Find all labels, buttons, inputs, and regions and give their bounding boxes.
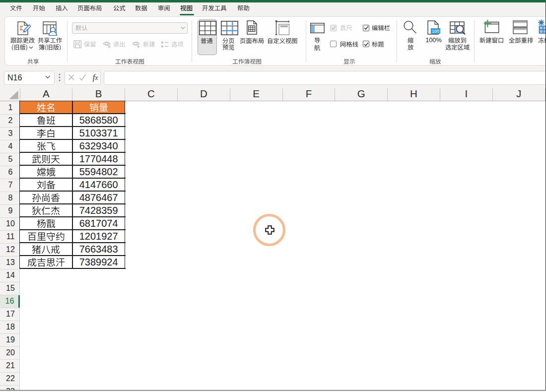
svg-text:100: 100 bbox=[432, 29, 439, 34]
